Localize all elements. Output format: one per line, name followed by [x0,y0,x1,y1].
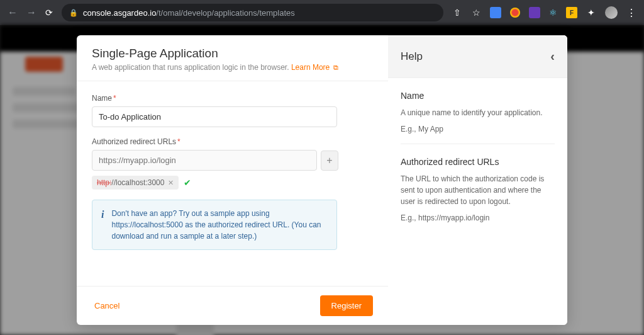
url-domain: console.asgardeo.io [83,8,156,18]
help-title: Help [401,50,423,63]
extension-icon[interactable] [529,7,540,18]
modal-overlay: Single-Page Application A web applicatio… [0,25,644,335]
register-button[interactable]: Register [320,295,373,316]
extension-icon[interactable]: F [566,7,577,18]
url-tag-protocol: http: [97,178,111,187]
learn-more-link[interactable]: Learn More ⧉ [291,63,338,72]
modal-title: Single-Page Application [92,47,373,60]
help-section-title: Name [401,91,555,101]
nav-controls: ← → ⟳ [8,7,53,18]
toolbar-icons: ⇧ ☆ ⚛ F ✦ ⋮ [452,6,636,19]
modal-footer: Cancel Register [77,286,388,325]
share-icon[interactable]: ⇧ [452,8,462,18]
url-tag-row: http://localhost:3000 ✕ ✔ [92,176,373,190]
name-label: Name* [92,94,373,103]
help-section-text: A unique name to identify your applicati… [401,107,555,118]
help-section-name: Name A unique name to identify your appl… [401,91,555,144]
name-field-group: Name* [92,94,373,127]
back-button[interactable]: ← [8,7,18,18]
help-body: Name A unique name to identify your appl… [388,78,567,258]
help-section-example: E.g., My App [401,125,555,133]
lock-icon: 🔒 [69,9,78,17]
create-app-modal: Single-Page Application A web applicatio… [77,35,567,325]
checkmark-icon: ✔ [184,178,191,188]
help-header: Help ‹ [388,35,567,78]
bookmark-icon[interactable]: ☆ [471,8,481,18]
url-field-group: Authorized redirect URLs* + http://local… [92,137,373,190]
extension-icon[interactable]: ⚛ [549,8,557,18]
help-section-text: The URL to which the authorization code … [401,173,555,207]
external-link-icon: ⧉ [333,64,338,71]
modal-header: Single-Page Application A web applicatio… [77,35,388,81]
info-box: i Don't have an app? Try out a sample ap… [92,200,337,250]
modal-subtitle: A web application that runs application … [92,63,373,72]
help-section-urls: Authorized redirect URLs The URL to whic… [401,157,555,232]
url-input-row: + [92,150,373,171]
reload-button[interactable]: ⟳ [45,8,53,18]
help-section-title: Authorized redirect URLs [401,157,555,167]
extension-icon[interactable] [490,7,501,18]
extension-icon[interactable] [510,8,520,18]
url-tag: http://localhost:3000 ✕ [92,176,179,190]
modal-body: Name* Authorized redirect URLs* + http:/… [77,81,388,286]
profile-avatar[interactable] [605,6,618,19]
extensions-icon[interactable]: ✦ [586,8,596,18]
info-icon: i [101,209,104,242]
subtitle-text: A web application that runs application … [92,63,289,72]
url-input[interactable] [92,150,317,171]
collapse-help-icon[interactable]: ‹ [550,49,555,64]
url-tag-rest: //localhost:3000 [111,178,164,187]
help-panel: Help ‹ Name A unique name to identify yo… [388,35,567,325]
browser-chrome: ← → ⟳ 🔒 console.asgardeo.io/t/omal/devel… [0,0,644,25]
modal-main-panel: Single-Page Application A web applicatio… [77,35,388,325]
url-path: /t/omal/develop/applications/templates [156,8,294,18]
info-text: Don't have an app? Try out a sample app … [111,208,328,242]
remove-tag-icon[interactable]: ✕ [168,179,174,187]
add-url-button[interactable]: + [321,150,338,171]
menu-dots-icon[interactable]: ⋮ [626,7,636,19]
url-label: Authorized redirect URLs* [92,137,373,146]
help-section-example: E.g., https://myapp.io/login [401,213,555,222]
cancel-button[interactable]: Cancel [92,296,122,315]
forward-button[interactable]: → [26,7,36,18]
name-input[interactable] [92,106,337,127]
url-text: console.asgardeo.io/t/omal/develop/appli… [83,8,295,18]
url-bar[interactable]: 🔒 console.asgardeo.io/t/omal/develop/app… [62,4,443,21]
